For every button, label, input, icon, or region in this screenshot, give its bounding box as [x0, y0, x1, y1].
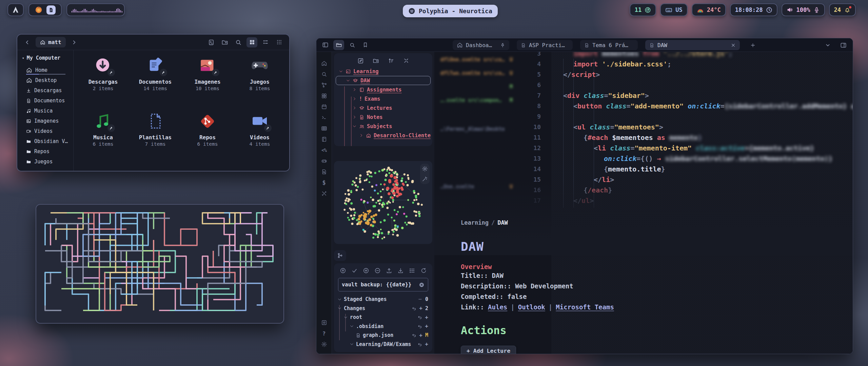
commit-message-input[interactable]	[342, 282, 416, 288]
settings-icon[interactable]	[320, 339, 328, 350]
chevron-down-icon[interactable]	[337, 306, 342, 310]
tab-tema-6-pr-cticas-[interactable]: Tema 6 Prácticas -…	[580, 40, 638, 50]
new-note-icon[interactable]	[357, 58, 364, 64]
grid-view-button[interactable]	[246, 37, 257, 47]
note-breadcrumb[interactable]: Learning/DAW	[461, 219, 766, 226]
files-tab-button[interactable]	[333, 40, 344, 50]
chevron-down-icon[interactable]	[337, 297, 342, 302]
tab-asp-practice-6[interactable]: ASP Practice 6	[517, 40, 573, 50]
discard-icon[interactable]	[417, 342, 422, 347]
sidebar-item-juegos[interactable]: Juegos	[22, 157, 73, 167]
tree-item-lectures[interactable]: Lectures	[334, 103, 432, 113]
weather-widget[interactable]: 24°C	[692, 3, 726, 16]
git-row-graph-json[interactable]: graph.json+M	[334, 331, 432, 340]
git-commit-push-icon[interactable]	[340, 267, 346, 274]
workspace-firefox-icon[interactable]	[35, 6, 42, 14]
updates-widget[interactable]: 11	[630, 3, 656, 16]
open-terminal-button[interactable]	[206, 37, 217, 47]
launcher-button[interactable]	[7, 3, 24, 16]
git-row-root[interactable]: root+	[334, 313, 432, 322]
file-item-musica[interactable]: Musica 6 items	[77, 112, 129, 167]
collapse-all-icon[interactable]	[403, 58, 409, 64]
nav-back-button[interactable]	[22, 37, 33, 47]
add-lecture-button[interactable]: + Add Lecture	[461, 346, 516, 354]
chevron-down-icon[interactable]	[350, 342, 354, 346]
volume-widget[interactable]: 100%	[782, 3, 825, 16]
tab-list-chevron-button[interactable]	[822, 40, 833, 50]
new-folder-button[interactable]	[219, 37, 230, 47]
home-icon[interactable]	[320, 58, 328, 69]
chevron-down-icon[interactable]	[346, 78, 350, 83]
link-microsoft-teams[interactable]: Microsoft Teams	[556, 303, 614, 311]
workspace-active[interactable]	[46, 5, 56, 15]
discard-icon[interactable]	[412, 306, 416, 311]
git-ribbon-button[interactable]	[334, 250, 346, 261]
git-stage-all-icon[interactable]	[363, 267, 369, 274]
tree-item-notes[interactable]: Notes	[334, 113, 432, 122]
link-aules[interactable]: Aules	[488, 303, 507, 311]
chevron-down-icon[interactable]	[343, 315, 348, 320]
tree-item-desarrollo-cliente[interactable]: Desarrollo-Cliente	[334, 131, 432, 140]
chevron-right-icon[interactable]	[352, 87, 357, 92]
git-row-changes[interactable]: Changes+2	[334, 304, 432, 313]
file-item-videos[interactable]: Videos 4 items	[234, 112, 286, 167]
search-icon[interactable]	[320, 69, 328, 80]
search-button[interactable]	[233, 37, 244, 47]
file-search-icon[interactable]	[320, 166, 328, 177]
new-tab-button[interactable]	[747, 40, 758, 50]
new-folder-icon[interactable]	[373, 58, 379, 64]
chevron-down-icon[interactable]	[339, 69, 343, 74]
tree-item-subjects[interactable]: Subjects	[334, 122, 432, 131]
git-commit-icon[interactable]	[351, 267, 358, 274]
search-tab-button[interactable]	[348, 40, 357, 50]
discard-icon[interactable]	[412, 333, 416, 338]
file-item-juegos[interactable]: Juegos 8 items	[234, 56, 286, 112]
tree-item-learning[interactable]: Learning	[334, 67, 432, 76]
file-item-plantillas[interactable]: Plantillas 7 items	[129, 112, 181, 167]
nav-forward-button[interactable]	[68, 37, 79, 47]
layout-grid-icon[interactable]	[320, 90, 328, 101]
sidebar-item-desktop[interactable]: Desktop	[22, 75, 73, 85]
sidebar-item-documentos[interactable]: Documentos	[22, 96, 73, 106]
chevron-right-icon[interactable]	[352, 97, 357, 101]
keyboard-layout-widget[interactable]: US	[660, 3, 687, 16]
pin-icon[interactable]	[500, 43, 505, 48]
list-view-button[interactable]	[260, 37, 271, 47]
stage-icon[interactable]: +	[425, 314, 428, 321]
file-item-documentos[interactable]: Documentos 14 items	[129, 56, 181, 112]
file-item-descargas[interactable]: Descargas 2 items	[77, 56, 129, 112]
chevron-right-icon[interactable]	[352, 115, 357, 119]
terminal-icon[interactable]	[320, 112, 328, 123]
vault-icon[interactable]	[320, 317, 328, 328]
discard-icon[interactable]	[417, 315, 422, 320]
unstage-icon[interactable]	[418, 297, 422, 302]
sidebar-item-obsidian-v-[interactable]: Obsidian V…	[22, 136, 73, 146]
discard-icon[interactable]	[417, 324, 422, 329]
chevron-down-icon[interactable]	[350, 324, 354, 328]
table-icon[interactable]	[320, 123, 328, 134]
git-graph-icon[interactable]	[320, 80, 328, 90]
book-icon[interactable]	[320, 134, 328, 145]
graph-settings-icon[interactable]	[422, 166, 428, 172]
toggle-right-sidebar-button[interactable]	[838, 40, 849, 50]
chevron-right-icon[interactable]	[359, 133, 363, 138]
compact-view-button[interactable]	[274, 37, 284, 47]
clear-message-icon[interactable]	[419, 282, 425, 288]
chevron-right-icon[interactable]	[352, 106, 357, 110]
git-unstage-all-icon[interactable]	[374, 267, 381, 274]
sidebar-item-repos[interactable]: Repos	[22, 146, 73, 157]
breadcrumb-parent[interactable]: Learning	[461, 219, 489, 226]
git-push-icon[interactable]	[386, 267, 392, 274]
sidebar-item-musica[interactable]: Musica	[22, 106, 73, 116]
chevron-down-icon[interactable]	[352, 124, 357, 128]
tab-daw[interactable]: DAW	[645, 40, 740, 50]
git-row--obsidian[interactable]: .obsidian+	[334, 322, 432, 331]
help-icon[interactable]: ?	[320, 328, 328, 339]
gamepad-icon[interactable]	[320, 156, 328, 166]
file-item-repos[interactable]: Repos 6 items	[181, 112, 234, 167]
sidebar-item-imagenes[interactable]: Imagenes	[22, 116, 73, 126]
git-row-staged-changes[interactable]: Staged Changes0	[334, 295, 432, 304]
graph-view[interactable]	[334, 161, 432, 244]
close-tab-icon[interactable]	[731, 43, 736, 48]
sidebar-item-descargas[interactable]: Descargas	[22, 85, 73, 96]
